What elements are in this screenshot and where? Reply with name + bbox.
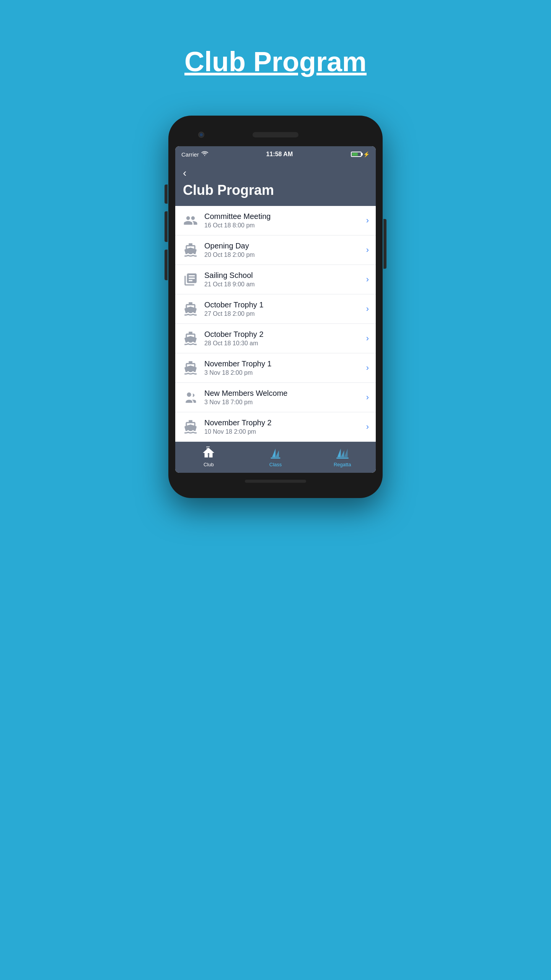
chevron-right-icon: › xyxy=(366,274,369,284)
battery-icon xyxy=(351,152,362,157)
event-info: October Trophy 2 28 Oct 18 10:30 am xyxy=(204,330,361,347)
list-item[interactable]: October Trophy 2 28 Oct 18 10:30 am › xyxy=(175,324,376,353)
event-date: 10 Nov 18 2:00 pm xyxy=(204,428,361,435)
phone-home-indicator xyxy=(175,480,376,483)
app-header-title: Club Program xyxy=(183,182,368,198)
side-button-volume-silent xyxy=(165,185,168,204)
event-date: 21 Oct 18 9:00 am xyxy=(204,281,361,288)
list-item[interactable]: October Trophy 1 27 Oct 18 2:00 pm › xyxy=(175,294,376,324)
event-name: New Members Welcome xyxy=(204,389,361,398)
event-date: 3 Nov 18 2:00 pm xyxy=(204,369,361,376)
event-date: 20 Oct 18 2:00 pm xyxy=(204,252,361,258)
event-icon-trophy1 xyxy=(182,301,199,317)
side-button-volume-down xyxy=(165,250,168,280)
nav-label-club: Club xyxy=(204,462,214,467)
status-bar: Carrier 11:58 AM ⚡ xyxy=(175,146,376,162)
regatta-icon xyxy=(335,446,350,460)
event-info: Opening Day 20 Oct 18 2:00 pm xyxy=(204,242,361,258)
event-date: 16 Oct 18 8:00 pm xyxy=(204,222,361,229)
list-item[interactable]: Opening Day 20 Oct 18 2:00 pm › xyxy=(175,235,376,265)
event-name: November Trophy 1 xyxy=(204,359,361,368)
nav-label-regatta: Regatta xyxy=(334,462,351,467)
carrier-info: Carrier xyxy=(181,151,208,158)
event-icon-nov1 xyxy=(182,359,199,376)
chevron-right-icon: › xyxy=(366,392,369,402)
back-button[interactable]: ‹ xyxy=(183,167,186,179)
chevron-right-icon: › xyxy=(366,422,369,432)
chevron-right-icon: › xyxy=(366,363,369,373)
event-name: October Trophy 1 xyxy=(204,301,361,309)
tab-class[interactable]: Class xyxy=(242,446,309,467)
event-name: Sailing School xyxy=(204,271,361,280)
event-info: New Members Welcome 3 Nov 18 7:00 pm xyxy=(204,389,361,406)
svg-rect-0 xyxy=(207,448,208,451)
status-time: 11:58 AM xyxy=(266,151,293,158)
phone-frame: Carrier 11:58 AM ⚡ ‹ Club Program xyxy=(168,116,383,498)
page-title: Club Program xyxy=(184,46,367,77)
event-name: November Trophy 2 xyxy=(204,418,361,427)
event-icon-nov2 xyxy=(182,418,199,435)
event-info: November Trophy 2 10 Nov 18 2:00 pm xyxy=(204,418,361,435)
nav-label-class: Class xyxy=(269,462,282,467)
side-button-power xyxy=(383,219,386,269)
app-header: ‹ Club Program xyxy=(175,162,376,206)
list-item[interactable]: Committee Meeting 16 Oct 18 8:00 pm › xyxy=(175,206,376,235)
charging-icon: ⚡ xyxy=(363,151,370,157)
wifi-icon xyxy=(201,151,208,158)
event-icon-trophy2 xyxy=(182,330,199,347)
chevron-right-icon: › xyxy=(366,216,369,225)
chevron-right-icon: › xyxy=(366,333,369,343)
event-icon-welcome xyxy=(182,389,199,406)
event-icon-sail xyxy=(182,242,199,258)
bottom-nav: Club Class xyxy=(175,442,376,473)
carrier-label: Carrier xyxy=(181,151,199,158)
phone-speaker xyxy=(253,132,298,137)
list-item[interactable]: Sailing School 21 Oct 18 9:00 am › xyxy=(175,265,376,294)
tab-club[interactable]: Club xyxy=(175,446,242,467)
event-name: Opening Day xyxy=(204,242,361,250)
event-icon-people xyxy=(182,212,199,229)
home-bar xyxy=(245,480,306,483)
class-icon xyxy=(268,446,283,460)
event-info: Committee Meeting 16 Oct 18 8:00 pm xyxy=(204,212,361,229)
side-button-volume-up xyxy=(165,211,168,242)
list-item[interactable]: New Members Welcome 3 Nov 18 7:00 pm › xyxy=(175,383,376,412)
event-date: 28 Oct 18 10:30 am xyxy=(204,340,361,347)
phone-screen: Carrier 11:58 AM ⚡ ‹ Club Program xyxy=(175,146,376,473)
phone-camera xyxy=(198,132,204,138)
tab-regatta[interactable]: Regatta xyxy=(309,446,376,467)
battery-indicator: ⚡ xyxy=(351,151,370,157)
event-icon-school xyxy=(182,271,199,288)
battery-fill xyxy=(352,153,358,156)
event-date: 3 Nov 18 7:00 pm xyxy=(204,399,361,406)
event-name: Committee Meeting xyxy=(204,212,361,221)
chevron-right-icon: › xyxy=(366,304,369,314)
event-name: October Trophy 2 xyxy=(204,330,361,339)
event-info: November Trophy 1 3 Nov 18 2:00 pm xyxy=(204,359,361,376)
chevron-right-icon: › xyxy=(366,245,369,255)
club-icon xyxy=(201,446,216,460)
event-info: October Trophy 1 27 Oct 18 2:00 pm xyxy=(204,301,361,317)
phone-top xyxy=(175,127,376,142)
event-info: Sailing School 21 Oct 18 9:00 am xyxy=(204,271,361,288)
event-list: Committee Meeting 16 Oct 18 8:00 pm › Op… xyxy=(175,206,376,442)
event-date: 27 Oct 18 2:00 pm xyxy=(204,310,361,317)
list-item[interactable]: November Trophy 1 3 Nov 18 2:00 pm › xyxy=(175,353,376,383)
list-item[interactable]: November Trophy 2 10 Nov 18 2:00 pm › xyxy=(175,412,376,442)
